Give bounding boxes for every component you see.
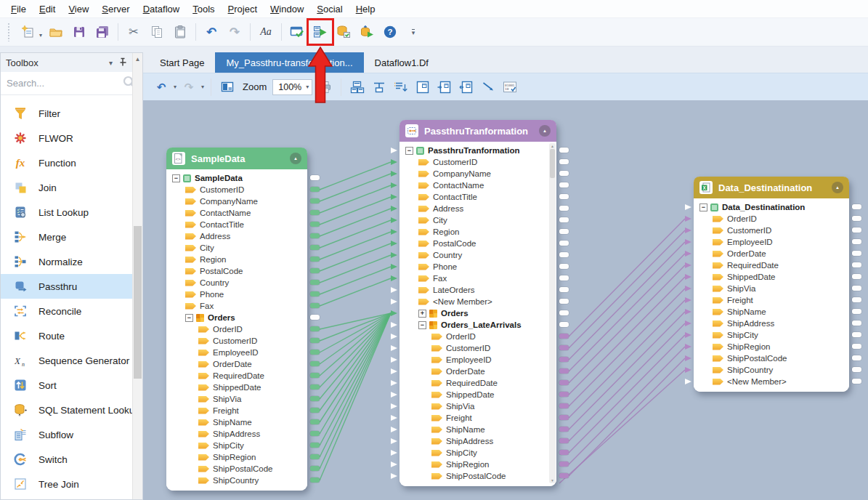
field-row[interactable]: City [399, 214, 556, 226]
input-port[interactable] [685, 309, 691, 315]
input-port[interactable] [391, 427, 397, 432]
field-row[interactable]: <New Member> [399, 296, 556, 307]
verify-dataflow-icon[interactable] [286, 21, 308, 43]
output-port[interactable] [310, 268, 320, 273]
redo-small-icon[interactable]: ↷ [179, 78, 198, 97]
field-row[interactable]: ShipAddress [166, 428, 307, 440]
expand-collapse-icon[interactable] [392, 78, 410, 97]
toolbox-item-flwor[interactable]: FLWOR [1, 126, 142, 150]
field-row[interactable]: CustomerID [399, 342, 556, 354]
field-row[interactable]: RequiredDate [694, 259, 849, 271]
output-port[interactable] [852, 251, 861, 256]
save-all-icon[interactable] [92, 21, 113, 43]
field-row[interactable]: ContactTitle [166, 219, 307, 230]
save-icon[interactable] [68, 21, 90, 43]
input-port[interactable] [391, 148, 397, 153]
node-header[interactable]: <>SampleData▲ [166, 148, 307, 169]
input-port[interactable] [685, 216, 691, 222]
menu-item-tools[interactable]: Tools [186, 1, 221, 17]
field-row[interactable]: ShipName [399, 424, 556, 435]
output-port[interactable] [559, 310, 569, 315]
field-row[interactable]: ShipCountry [694, 364, 849, 376]
tab-start-page[interactable]: Start Page [149, 52, 215, 73]
menu-item-dataflow[interactable]: Dataflow [137, 1, 187, 17]
collapse-icon[interactable]: − [699, 203, 707, 211]
scroll-up-icon[interactable]: ▲ [133, 53, 142, 62]
node-sampledata[interactable]: <>SampleData▲−SampleDataCustomerIDCompan… [166, 148, 307, 491]
output-port[interactable] [310, 466, 320, 471]
toolbar-grip[interactable] [7, 23, 11, 41]
collapse-icon[interactable]: − [185, 314, 193, 322]
output-port[interactable] [559, 182, 569, 188]
input-port[interactable] [685, 344, 691, 350]
field-row[interactable]: ShipAddress [694, 318, 849, 329]
output-port[interactable] [559, 357, 569, 362]
field-row[interactable]: Freight [399, 412, 556, 424]
scroll-up-icon[interactable]: ▲ [549, 144, 556, 148]
toolbox-item-switch[interactable]: Switch [1, 447, 142, 472]
output-port[interactable] [559, 427, 569, 432]
output-port[interactable] [559, 380, 569, 385]
field-row[interactable]: Address [399, 203, 556, 214]
output-port[interactable] [310, 326, 320, 331]
output-port[interactable] [310, 303, 320, 308]
toolbox-item-filter[interactable]: Filter [1, 101, 142, 126]
field-row[interactable]: CompanyName [399, 168, 556, 180]
output-port[interactable] [852, 355, 861, 360]
node-scrollbar[interactable]: ▲▼ [549, 143, 556, 483]
menu-item-server[interactable]: Server [95, 1, 136, 17]
field-row[interactable]: CustomerID [166, 335, 307, 347]
toolbox-item-sequence-generator[interactable]: XnSequence Generator [1, 348, 142, 373]
field-row[interactable]: CustomerID [166, 184, 307, 195]
field-row[interactable]: Fax [399, 273, 556, 284]
output-port[interactable] [310, 350, 320, 355]
input-port[interactable] [685, 239, 691, 245]
field-row[interactable]: ContactName [166, 207, 307, 219]
field-row[interactable]: −Orders [166, 312, 307, 323]
input-port[interactable] [685, 251, 691, 257]
zoom-value-dropdown[interactable]: 100%▾ [272, 79, 312, 95]
output-port[interactable] [559, 148, 569, 153]
output-port[interactable] [310, 198, 320, 203]
collapse-node-icon[interactable]: ▲ [539, 125, 551, 137]
node-header[interactable]: XData_Destinatination▲ [694, 177, 849, 198]
field-row[interactable]: RequiredDate [399, 377, 556, 389]
toolbox-item-sql-statement-lookup[interactable]: SQL Statement Lookup [1, 398, 142, 422]
input-port[interactable] [391, 357, 397, 363]
input-port[interactable] [391, 438, 397, 444]
pin-icon[interactable] [118, 57, 126, 68]
field-row[interactable]: City [166, 242, 307, 254]
input-port[interactable] [391, 450, 397, 456]
field-row[interactable]: ShipPostalCode [694, 352, 849, 364]
toolbox-item-subflow[interactable]: Subflow [1, 422, 142, 447]
field-row[interactable]: ContactTitle [399, 191, 556, 203]
input-port[interactable] [391, 229, 397, 235]
output-port[interactable] [310, 257, 320, 262]
output-port[interactable] [852, 239, 861, 244]
output-port[interactable] [559, 241, 569, 246]
field-row[interactable]: OrderID [694, 213, 849, 225]
scroll-thumb[interactable] [134, 226, 142, 379]
search-input[interactable]: Search... [7, 78, 122, 89]
output-port[interactable] [852, 274, 861, 279]
output-port[interactable] [852, 227, 861, 233]
field-row[interactable]: ShipVia [399, 400, 556, 412]
input-port[interactable] [685, 355, 691, 361]
field-row[interactable]: EmployeeID [166, 347, 307, 358]
output-port[interactable] [310, 222, 320, 227]
field-row[interactable]: ShipCity [399, 447, 556, 459]
output-port[interactable] [310, 431, 320, 436]
field-row[interactable]: +Orders [399, 307, 556, 319]
output-port[interactable] [559, 438, 569, 443]
collapse-icon[interactable]: − [405, 147, 413, 155]
output-port[interactable] [559, 403, 569, 408]
field-row[interactable]: Freight [694, 294, 849, 306]
dataflow-canvas[interactable]: <>SampleData▲−SampleDataCustomerIDCompan… [143, 100, 868, 500]
output-port[interactable] [852, 344, 861, 349]
font-icon[interactable]: Aa [255, 21, 277, 43]
input-port[interactable] [391, 159, 397, 165]
input-port[interactable] [685, 227, 691, 233]
output-port[interactable] [559, 450, 569, 455]
tab-dataflow1[interactable]: Dataflow1.Df [364, 52, 439, 73]
field-row[interactable]: ShipPostalCode [166, 463, 307, 475]
